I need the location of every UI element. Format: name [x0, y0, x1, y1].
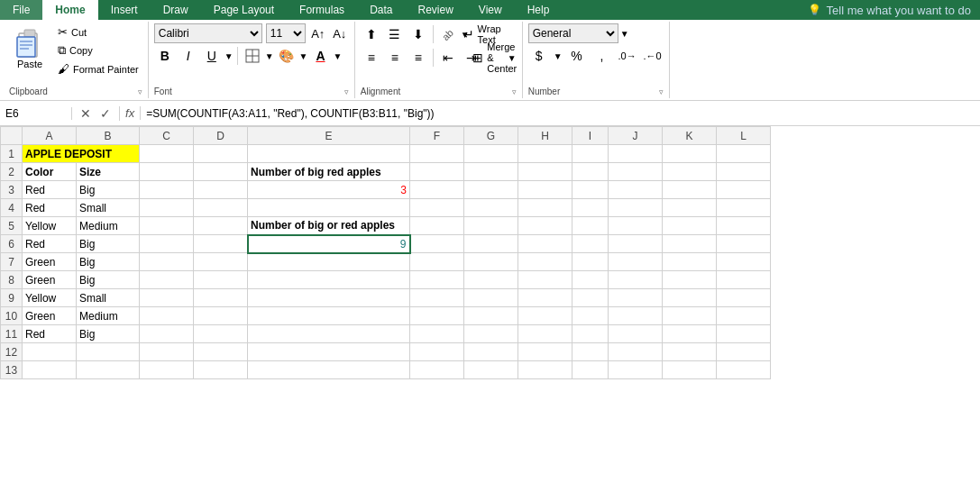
cell-i4[interactable]	[572, 199, 609, 217]
fill-color-arrow[interactable]: ▼	[299, 51, 308, 61]
number-format-arrow[interactable]: ▼	[620, 29, 629, 39]
cell-d5[interactable]	[194, 217, 248, 235]
col-header-a[interactable]: A	[23, 127, 77, 145]
cell-g7[interactable]	[464, 253, 518, 271]
cell-c9[interactable]	[140, 289, 194, 307]
cell-e8[interactable]	[248, 271, 410, 289]
cell-j13[interactable]	[609, 361, 663, 379]
cell-d4[interactable]	[194, 199, 248, 217]
cell-k11[interactable]	[663, 325, 717, 343]
cell-c7[interactable]	[140, 253, 194, 271]
cell-b7[interactable]: Big	[77, 253, 140, 271]
cell-c2[interactable]	[140, 163, 194, 181]
increase-decimal-button[interactable]: .0→	[617, 45, 638, 67]
cell-k5[interactable]	[663, 217, 717, 235]
cell-j3[interactable]	[609, 181, 663, 199]
cell-d2[interactable]	[194, 163, 248, 181]
tab-data[interactable]: Data	[357, 0, 405, 20]
cell-i3[interactable]	[572, 181, 609, 199]
cell-e11[interactable]	[248, 325, 410, 343]
cell-l3[interactable]	[717, 181, 771, 199]
cell-g9[interactable]	[464, 289, 518, 307]
search-label[interactable]: Tell me what you want to do	[827, 4, 971, 17]
cell-i12[interactable]	[572, 343, 609, 361]
font-family-selector[interactable]: Calibri	[154, 23, 262, 43]
search-area[interactable]: 💡 Tell me what you want to do	[799, 0, 980, 20]
cell-g8[interactable]	[464, 271, 518, 289]
cell-e3[interactable]: 3	[248, 181, 410, 199]
cell-h6[interactable]	[518, 235, 572, 253]
cell-c8[interactable]	[140, 271, 194, 289]
cell-f1[interactable]	[410, 145, 464, 163]
cell-i11[interactable]	[572, 325, 609, 343]
cell-a11[interactable]: Red	[23, 325, 77, 343]
cell-i2[interactable]	[572, 163, 609, 181]
cell-f4[interactable]	[410, 199, 464, 217]
cell-d11[interactable]	[194, 325, 248, 343]
tab-home[interactable]: Home	[42, 0, 97, 20]
cell-c13[interactable]	[140, 361, 194, 379]
cell-b2[interactable]: Size	[77, 163, 140, 181]
cell-a5[interactable]: Yellow	[23, 217, 77, 235]
cell-a12[interactable]	[23, 343, 77, 361]
cell-f7[interactable]	[410, 253, 464, 271]
cell-c4[interactable]	[140, 199, 194, 217]
align-bottom-button[interactable]: ⬇	[408, 23, 429, 45]
cell-c11[interactable]	[140, 325, 194, 343]
merge-center-button[interactable]: ⊞ Merge & Center	[484, 47, 506, 68]
cell-c12[interactable]	[140, 343, 194, 361]
cell-j8[interactable]	[609, 271, 663, 289]
cell-d10[interactable]	[194, 307, 248, 325]
cell-i8[interactable]	[572, 271, 609, 289]
cell-h5[interactable]	[518, 217, 572, 235]
cell-d6[interactable]	[194, 235, 248, 253]
cell-l9[interactable]	[717, 289, 771, 307]
cell-j9[interactable]	[609, 289, 663, 307]
decrease-indent-button[interactable]: ⇤	[437, 47, 459, 68]
cell-e2[interactable]: Number of big red apples	[248, 163, 410, 181]
cell-a4[interactable]: Red	[23, 199, 77, 217]
cell-d7[interactable]	[194, 253, 248, 271]
cell-g5[interactable]	[464, 217, 518, 235]
cell-f3[interactable]	[410, 181, 464, 199]
cell-j10[interactable]	[609, 307, 663, 325]
cell-a7[interactable]: Green	[23, 253, 77, 271]
cell-c3[interactable]	[140, 181, 194, 199]
paste-button[interactable]: Paste	[9, 23, 50, 72]
bold-button[interactable]: B	[154, 45, 176, 67]
number-dialog-launcher[interactable]: ▿	[659, 87, 664, 96]
align-middle-button[interactable]: ☰	[384, 23, 406, 45]
cell-f2[interactable]	[410, 163, 464, 181]
cell-d9[interactable]	[194, 289, 248, 307]
col-header-h[interactable]: H	[518, 127, 572, 145]
currency-button[interactable]: $	[528, 45, 550, 67]
cell-i5[interactable]	[572, 217, 609, 235]
cell-b13[interactable]	[77, 361, 140, 379]
cell-j2[interactable]	[609, 163, 663, 181]
align-top-button[interactable]: ⬆	[361, 23, 382, 45]
cell-h10[interactable]	[518, 307, 572, 325]
cell-g3[interactable]	[464, 181, 518, 199]
tab-page-layout[interactable]: Page Layout	[201, 0, 287, 20]
cell-g6[interactable]	[464, 235, 518, 253]
cell-h8[interactable]	[518, 271, 572, 289]
percent-button[interactable]: %	[566, 45, 588, 67]
fill-color-button[interactable]: 🎨	[276, 45, 298, 67]
cell-g1[interactable]	[464, 145, 518, 163]
number-format-selector[interactable]: General	[528, 23, 618, 43]
font-color-button[interactable]: A	[309, 45, 331, 67]
cell-i7[interactable]	[572, 253, 609, 271]
clipboard-dialog-launcher[interactable]: ▿	[138, 87, 142, 96]
cell-h4[interactable]	[518, 199, 572, 217]
cell-l6[interactable]	[717, 235, 771, 253]
col-header-k[interactable]: K	[663, 127, 717, 145]
currency-arrow[interactable]: ▼	[554, 51, 563, 61]
cell-h12[interactable]	[518, 343, 572, 361]
tab-draw[interactable]: Draw	[151, 0, 201, 20]
cell-e4[interactable]	[248, 199, 410, 217]
align-center-button[interactable]: ≡	[384, 47, 406, 68]
cell-k12[interactable]	[663, 343, 717, 361]
cell-l10[interactable]	[717, 307, 771, 325]
cell-k10[interactable]	[663, 307, 717, 325]
cell-k3[interactable]	[663, 181, 717, 199]
